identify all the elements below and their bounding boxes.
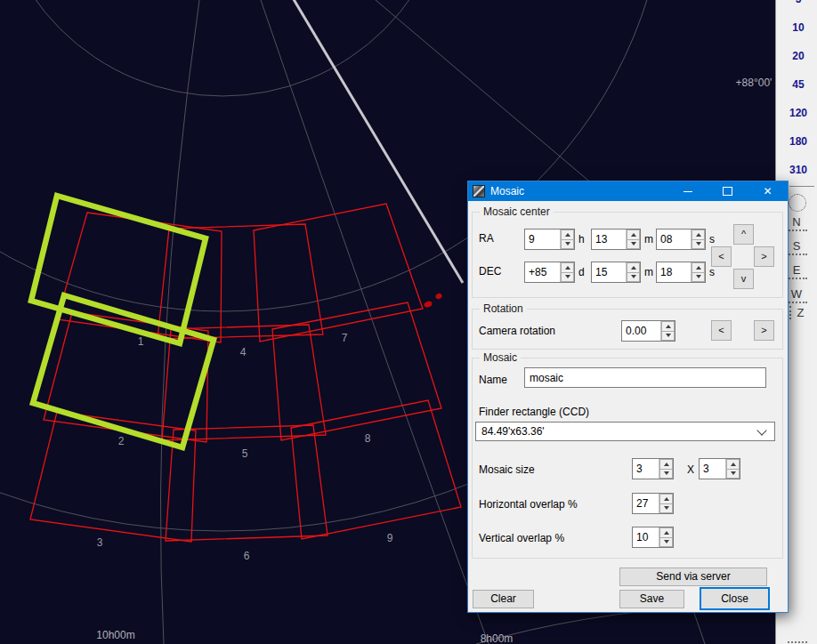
- panel-number-label: 6: [244, 550, 250, 562]
- nudge-up-button[interactable]: ^: [733, 224, 754, 245]
- panel-number-label: 1: [138, 335, 144, 348]
- vertical-overlap-spinner[interactable]: 10: [632, 527, 674, 548]
- mosaic-name-input[interactable]: [524, 367, 766, 388]
- finder-rectangle-label: Finder rectangle (CCD): [479, 406, 589, 418]
- size-separator: X: [687, 463, 694, 476]
- horizontal-overlap-spinner[interactable]: 27: [632, 493, 674, 514]
- clipped-toolbar-item: [788, 641, 807, 643]
- spin-up-button[interactable]: [659, 494, 673, 503]
- spin-up-button[interactable]: [561, 262, 574, 272]
- fov-button-10[interactable]: 10: [776, 18, 817, 37]
- ra-minutes-spinner[interactable]: 13: [591, 229, 641, 250]
- mosaic-size-cols-spinner[interactable]: 3: [632, 458, 674, 479]
- save-button[interactable]: Save: [619, 590, 684, 608]
- coordinate-label: 10h00m: [96, 629, 134, 641]
- panel-number-label: 2: [118, 435, 125, 447]
- panel-number-label: 3: [97, 536, 103, 549]
- spin-down-button[interactable]: [627, 272, 640, 283]
- fov-button-310[interactable]: 310: [776, 160, 817, 180]
- spin-down-button[interactable]: [659, 537, 673, 548]
- spin-down-button[interactable]: [561, 272, 574, 283]
- nudge-left-button[interactable]: <: [711, 246, 732, 267]
- vertical-overlap-label: Vertical overlap %: [479, 532, 564, 544]
- fov-button-20[interactable]: 20: [776, 46, 817, 66]
- spin-down-button[interactable]: [659, 469, 673, 479]
- nudge-down-button[interactable]: v: [733, 269, 754, 289]
- maximize-button[interactable]: [708, 181, 748, 201]
- spin-up-button[interactable]: [561, 229, 574, 239]
- coordinate-label: 8h00m: [481, 632, 514, 644]
- camera-rotation-spinner[interactable]: 0.00: [621, 320, 675, 342]
- spin-up-button[interactable]: [661, 321, 675, 331]
- fov-button-45[interactable]: 45: [776, 75, 817, 94]
- dialog-title: Mosaic: [490, 185, 524, 197]
- app-icon: [473, 185, 485, 197]
- spin-down-button[interactable]: [661, 331, 675, 342]
- group-label: Mosaic center: [480, 205, 554, 218]
- dec-degrees-unit: d: [578, 266, 585, 278]
- close-button[interactable]: Close: [700, 587, 770, 610]
- clear-button[interactable]: Clear: [473, 590, 534, 608]
- close-window-button[interactable]: ✕: [748, 181, 788, 201]
- dec-seconds-unit: s: [709, 266, 715, 278]
- spin-down-button[interactable]: [726, 469, 740, 479]
- spin-up-button[interactable]: [659, 527, 673, 537]
- panel-number-label: 7: [342, 332, 348, 344]
- ra-label: RA: [479, 232, 494, 245]
- fov-button-5[interactable]: 5: [776, 0, 817, 9]
- dec-seconds-spinner[interactable]: 18: [656, 262, 706, 283]
- ra-hours-unit: h: [578, 233, 585, 246]
- ra-hours-spinner[interactable]: 9: [524, 229, 575, 250]
- spin-down-button[interactable]: [659, 503, 673, 514]
- ra-seconds-unit: s: [709, 233, 715, 246]
- panel-number-label: 8: [365, 432, 371, 445]
- panel-number-label: 5: [242, 447, 248, 460]
- minimize-icon: [684, 191, 692, 192]
- spin-up-button[interactable]: [627, 262, 640, 272]
- ra-minutes-unit: m: [644, 233, 653, 246]
- maximize-icon: [723, 187, 732, 196]
- group-label: Rotation: [480, 302, 527, 315]
- spin-down-button[interactable]: [627, 239, 640, 250]
- mosaic-size-rows-spinner[interactable]: 3: [699, 458, 740, 479]
- toolbar-separator: [789, 186, 814, 187]
- mosaic-dialog: Mosaic ✕ Mosaic center RA 9 h 13 m 08 s …: [467, 181, 789, 613]
- rotate-left-button[interactable]: <: [711, 320, 732, 341]
- close-icon: ✕: [763, 186, 772, 197]
- group-label: Mosaic: [480, 351, 521, 364]
- fov-button-180[interactable]: 180: [776, 132, 817, 151]
- spin-down-button[interactable]: [561, 239, 574, 250]
- spin-up-button[interactable]: [692, 229, 705, 239]
- dec-degrees-spinner[interactable]: +85: [524, 262, 575, 283]
- camera-rotation-label: Camera rotation: [479, 325, 555, 337]
- spin-up-button[interactable]: [692, 262, 705, 272]
- send-via-server-button[interactable]: Send via server: [619, 568, 767, 586]
- chevron-down-icon: [756, 425, 766, 435]
- panel-number-label: 4: [240, 346, 247, 358]
- spin-up-button[interactable]: [627, 229, 640, 239]
- dec-minutes-spinner[interactable]: 15: [591, 262, 641, 283]
- spin-up-button[interactable]: [659, 459, 673, 469]
- full-sky-icon[interactable]: [789, 194, 806, 212]
- ra-seconds-spinner[interactable]: 08: [656, 229, 706, 250]
- nudge-right-button[interactable]: >: [754, 246, 774, 267]
- rotate-right-button[interactable]: >: [754, 320, 774, 341]
- spin-down-button[interactable]: [692, 272, 705, 283]
- coordinate-label: +88°00': [736, 76, 773, 89]
- finder-rectangle-select[interactable]: 84.49'x63.36': [475, 422, 775, 441]
- name-label: Name: [479, 374, 507, 386]
- dec-minutes-unit: m: [644, 266, 653, 278]
- dialog-titlebar[interactable]: Mosaic ✕: [468, 181, 788, 201]
- spin-up-button[interactable]: [726, 459, 740, 469]
- minimize-button[interactable]: [667, 181, 708, 201]
- horizontal-overlap-label: Horizontal overlap %: [479, 498, 578, 511]
- mosaic-size-label: Mosaic size: [479, 463, 535, 476]
- spin-down-button[interactable]: [692, 239, 705, 250]
- dec-label: DEC: [479, 265, 501, 278]
- panel-number-label: 9: [387, 532, 393, 544]
- fov-button-120[interactable]: 120: [776, 103, 817, 123]
